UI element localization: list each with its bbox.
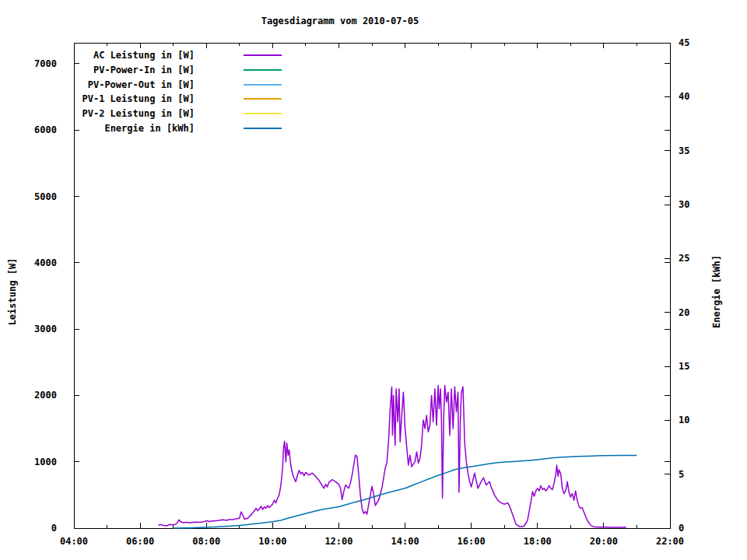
legend-line-sample	[244, 113, 282, 114]
y-axis-tick-label: 4000	[0, 257, 57, 268]
y2-axis-tick-label: 35	[679, 145, 689, 156]
tagesdiagramm-chart: Tagesdiagramm vom 2010-07-05 Leistung [W…	[0, 0, 747, 560]
legend-line-sample	[244, 98, 282, 100]
x-axis-tick-label: 06:00	[117, 536, 163, 547]
legend-label: PV-1 Leistung in [W]	[82, 93, 195, 104]
legend-label: Energie in [kWh]	[104, 123, 195, 134]
legend-label: PV-2 Leistung in [W]	[82, 108, 195, 119]
legend-entry-pv2-leistung: PV-2 Leistung in [W]	[0, 107, 282, 121]
y-axis-tick-label: 6000	[0, 124, 57, 135]
x-axis-tick-label: 12:00	[315, 536, 362, 547]
x-axis-tick-label: 22:00	[647, 536, 693, 547]
y2-axis-tick-label: 10	[679, 415, 689, 425]
x-axis-tick-label: 14:00	[382, 536, 429, 547]
legend-entry-pv1-leistung: PV-1 Leistung in [W]	[0, 92, 282, 107]
series-line-ac-leistung-in-w	[159, 386, 626, 527]
x-axis-tick-label: 08:00	[183, 536, 230, 547]
y-axis-tick-label: 3000	[0, 324, 57, 334]
x-axis-tick-label: 18:00	[514, 536, 561, 547]
y-axis-tick-label: 0	[0, 523, 57, 534]
y2-axis-tick-label: 30	[679, 199, 689, 210]
y-axis-tick-label: 1000	[0, 457, 57, 467]
y-axis-tick-label: 5000	[0, 191, 57, 202]
x-axis-tick-label: 16:00	[448, 536, 495, 547]
legend-entry-pv-power-out: PV-Power-Out in [W]	[0, 77, 282, 92]
legend-label: PV-Power-In in [W]	[93, 65, 195, 75]
legend-line-sample	[244, 69, 282, 71]
y2-axis-tick-label: 45	[679, 37, 689, 48]
y2-axis-tick-label: 15	[679, 361, 689, 372]
y2-axis-tick-label: 5	[679, 469, 684, 480]
x-axis-tick-label: 10:00	[249, 536, 296, 547]
y-axis-tick-label: 2000	[0, 390, 57, 401]
legend-line-sample	[244, 54, 282, 56]
legend-line-sample	[244, 84, 282, 86]
y-axis-tick-label: 7000	[0, 58, 57, 69]
y2-axis-tick-label: 40	[679, 91, 689, 102]
y2-axis-label: Energie [kWh]	[711, 255, 722, 328]
x-axis-tick-label: 20:00	[580, 536, 627, 547]
legend-line-sample	[244, 128, 282, 129]
x-axis-tick-label: 04:00	[51, 536, 97, 547]
y2-axis-tick-label: 0	[679, 523, 684, 534]
legend-label: PV-Power-Out in [W]	[88, 79, 195, 90]
legend-label: AC Leistung in [W]	[93, 50, 195, 61]
y2-axis-tick-label: 25	[679, 253, 689, 264]
series-line-energie-in-kwh	[174, 455, 637, 528]
y2-axis-tick-label: 20	[679, 307, 689, 318]
